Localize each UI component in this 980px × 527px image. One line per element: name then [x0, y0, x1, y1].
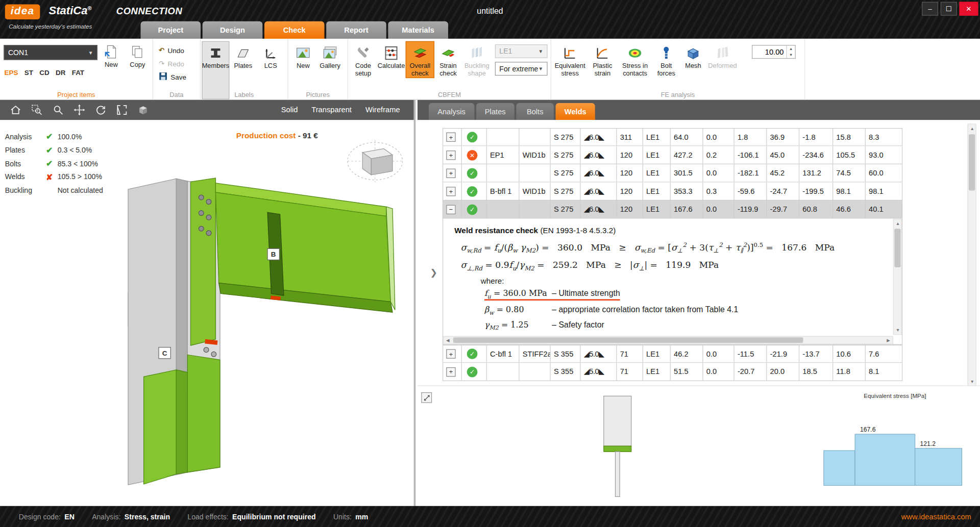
new-item-button[interactable]: New — [99, 40, 124, 69]
badge-cd[interactable]: CD — [39, 69, 49, 77]
weld-check-row[interactable]: +✕EP1WID1bS 275◢6.0◣120LE1427.20.2-106.1… — [443, 146, 902, 165]
results-tab-plates[interactable]: Plates — [476, 103, 514, 120]
bolt-forces-button[interactable]: Bolt forces — [652, 41, 680, 78]
status-label: Welds — [5, 173, 41, 181]
scroll-up-icon[interactable]: ▲ — [968, 124, 976, 133]
view-mode-solid[interactable]: Solid — [281, 106, 298, 114]
member-label-column[interactable]: C — [159, 347, 170, 359]
expand-row-button[interactable]: + — [446, 133, 455, 142]
bolt-icon — [658, 45, 674, 61]
expand-row-button[interactable]: + — [446, 367, 455, 376]
length-cell: 120 — [617, 200, 643, 218]
expand-row-button[interactable]: + — [446, 150, 455, 159]
scroll-left-icon[interactable]: ◀ — [444, 336, 452, 344]
weld-detail-panel: Weld resistance check (EN 1993-1-8 4.5.3… — [443, 219, 902, 345]
load-effect-combo[interactable]: LE1▼ — [495, 44, 548, 58]
material-cell: S 275 — [551, 200, 581, 218]
results-tab-analysis[interactable]: Analysis — [429, 103, 474, 120]
close-button[interactable]: ✕ — [960, 2, 978, 16]
spinner-down-icon[interactable]: ▼ — [787, 52, 795, 58]
tab-check[interactable]: Check — [264, 21, 325, 39]
view-mode-transparent[interactable]: Transparent — [311, 106, 352, 114]
viewport-3d[interactable]: SolidTransparentWireframe Analysis✔100.0… — [0, 100, 415, 506]
view-mode-wireframe[interactable]: Wireframe — [365, 106, 400, 114]
website-link[interactable]: www.ideastatica.com — [901, 512, 971, 521]
material-cell: S 275 — [551, 129, 581, 145]
plate-cell: WID1b — [520, 146, 551, 164]
status-value: Not calculated — [58, 187, 103, 194]
buckling-icon — [469, 45, 485, 61]
weld-check-row[interactable]: +✓S 275◢6.0◣311LE164.00.01.836.9-1.815.8… — [443, 128, 902, 146]
expand-row-button[interactable]: + — [446, 168, 455, 178]
calculate-button[interactable]: Calculate — [377, 41, 405, 78]
overall-check-button[interactable]: Overall check — [406, 41, 434, 78]
weld-check-row[interactable]: +✓B-bfl 1WID1bS 275◢6.0◣120LE1353.30.3-5… — [443, 183, 902, 201]
results-panel: AnalysisPlatesBoltsWelds +✓S 275◢6.0◣311… — [418, 100, 980, 506]
status-cell: ✓ — [462, 363, 487, 380]
project-item-combo[interactable]: CON1▼ — [4, 45, 97, 60]
strain-check-button[interactable]: Strain check — [434, 41, 462, 78]
redo-button[interactable]: ↷Redo — [159, 57, 186, 70]
tab-report[interactable]: Report — [326, 21, 386, 39]
zoom-window-button[interactable] — [26, 102, 47, 118]
connection-model[interactable]: B C — [106, 167, 419, 505]
scroll-up-icon[interactable]: ▲ — [894, 219, 902, 228]
detail-expander-chevron[interactable]: ❯ — [430, 267, 437, 278]
cross-icon: ✘ — [41, 172, 58, 182]
tab-project[interactable]: Project — [141, 21, 201, 39]
save-icon — [159, 71, 167, 82]
pan-button[interactable] — [69, 102, 90, 118]
copy-item-button[interactable]: Copy — [125, 40, 150, 69]
extreme-combo[interactable]: For extreme▼ — [495, 62, 548, 76]
scroll-down-icon[interactable]: ▼ — [894, 326, 902, 334]
code-setup-button[interactable]: Code setup — [349, 41, 377, 78]
weld-check-row[interactable]: +✓S 275◢6.0◣120LE1301.50.0-182.145.2131.… — [443, 164, 902, 183]
value-cell: 98.1 — [866, 183, 903, 200]
member-label-beam[interactable]: B — [267, 248, 279, 260]
rotate-button[interactable] — [90, 102, 111, 118]
expand-row-button[interactable]: + — [446, 187, 455, 196]
undo-button[interactable]: ↶Undo — [159, 44, 186, 57]
expand-row-button[interactable]: + — [446, 349, 455, 358]
stress-value-label: 167.6 — [860, 426, 876, 433]
home-view-button[interactable] — [5, 102, 27, 118]
zoom-button[interactable] — [47, 102, 69, 118]
tab-materials[interactable]: Materials — [388, 21, 448, 39]
weld-check-row[interactable]: +✓C-bfl 1STIFF2aS 355◢5.0◣71LE146.20.0-1… — [443, 345, 902, 363]
load-cell: LE1 — [643, 183, 671, 200]
badge-fat[interactable]: FAT — [72, 69, 84, 77]
view-cube-button[interactable] — [133, 102, 154, 118]
value-cell: 98.1 — [833, 183, 866, 200]
zoom-extents-button[interactable] — [111, 102, 133, 118]
detail-vertical-scrollbar[interactable]: ▲ ▼ — [893, 219, 902, 335]
minimize-button[interactable]: – — [922, 2, 938, 16]
results-tab-welds[interactable]: Welds — [556, 103, 595, 120]
badge-st[interactable]: ST — [24, 69, 33, 77]
expand-diagram-button[interactable] — [421, 392, 432, 403]
group-project-items: CON1▼ EPSSTCDDRFAT New Copy Project item… — [0, 39, 153, 99]
plastic-strain-button[interactable]: Plastic strain — [587, 41, 618, 78]
results-tab-bolts[interactable]: Bolts — [516, 103, 553, 120]
load-effects: Load effects:Equilibrium not required — [187, 513, 315, 520]
buckling-shape-button[interactable]: Buckling shape — [462, 41, 492, 78]
scroll-right-icon[interactable]: ▶ — [885, 336, 893, 344]
collapse-row-button[interactable]: − — [446, 205, 455, 214]
mesh-button[interactable]: Mesh — [680, 41, 706, 78]
save-button[interactable]: Save — [159, 70, 186, 83]
deformation-scale-spinner[interactable]: 10.00 ▲▼ — [752, 45, 796, 59]
equivalent-stress-button[interactable]: Equivalent stress — [552, 41, 587, 78]
stress-in-contacts-button[interactable]: Stress in contacts — [618, 41, 653, 78]
weld-check-row[interactable]: +✓S 355◢5.0◣71LE151.50.0-20.720.018.511.… — [443, 363, 902, 381]
status-cell: ✓ — [462, 345, 487, 362]
spinner-up-icon[interactable]: ▲ — [787, 45, 795, 52]
maximize-button[interactable]: ☐ — [941, 2, 957, 16]
detail-horizontal-scrollbar[interactable]: ◀ ▶ — [443, 336, 893, 344]
scroll-down-icon[interactable]: ▼ — [968, 378, 976, 386]
table-vertical-scrollbar[interactable]: ▲ ▼ — [968, 123, 976, 386]
badge-eps[interactable]: EPS — [5, 69, 18, 77]
deformed-button[interactable]: Deformed — [706, 41, 739, 78]
tab-design[interactable]: Design — [203, 21, 263, 39]
stress-segment — [824, 450, 855, 485]
weld-check-row[interactable]: −✓S 275◢6.0◣120LE1167.60.0-119.9-29.760.… — [443, 200, 902, 219]
badge-dr[interactable]: DR — [56, 69, 65, 77]
